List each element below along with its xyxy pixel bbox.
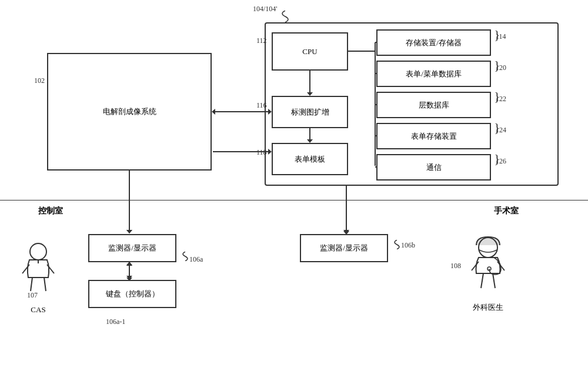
cpu-label: CPU xyxy=(302,47,317,56)
svg-line-30 xyxy=(472,262,479,270)
divider-line xyxy=(0,200,588,200)
person-surgeon-container: 108 外科医生 xyxy=(465,232,512,313)
formstorage-box: 表单存储装置 xyxy=(376,123,491,149)
diagram-container: 104/104' CPU 112 标测图扩增 116 表单模板 118 存储装置… xyxy=(0,0,588,381)
eai-label: 电解剖成像系统 xyxy=(103,106,156,117)
monitor2-box: 监测器/显示器 xyxy=(300,234,388,262)
room-control-label: 控制室 xyxy=(38,206,63,216)
svg-marker-17 xyxy=(343,230,349,233)
svg-line-34 xyxy=(493,273,495,288)
layerdb-label: 层数据库 xyxy=(419,100,449,111)
storage-box: 存储装置/存储器 xyxy=(376,29,491,56)
svg-line-33 xyxy=(481,273,483,288)
monitor-keyboard-arrow xyxy=(126,262,132,281)
room-surgery-label: 手术室 xyxy=(494,206,519,216)
svg-point-23 xyxy=(30,243,46,260)
svg-line-25 xyxy=(22,265,29,273)
comm-box: 通信 xyxy=(376,154,491,181)
ref-106a1: 106a-1 xyxy=(106,317,125,326)
squiggle-104 xyxy=(276,11,294,22)
form-box: 表单模板 xyxy=(272,143,348,175)
eai-box: 电解剖成像系统 xyxy=(47,53,212,171)
formsdb-label: 表单/菜单数据库 xyxy=(406,69,462,79)
formstorage-label: 表单存储装置 xyxy=(411,131,457,142)
svg-marker-38 xyxy=(126,230,132,233)
form-label: 表单模板 xyxy=(295,154,325,165)
ref-107: 107 xyxy=(27,291,38,300)
keyboard-label: 键盘（控制器） xyxy=(106,289,159,299)
brace-120: } xyxy=(494,59,500,72)
keyboard-box: 键盘（控制器） xyxy=(88,280,176,308)
layerdb-box: 层数据库 xyxy=(376,92,491,118)
svg-line-28 xyxy=(44,278,46,291)
ref-106b: 106b xyxy=(401,241,415,250)
brace-122: } xyxy=(494,90,500,103)
cpu-box: CPU xyxy=(272,32,348,71)
monitor1-label: 监测器/显示器 xyxy=(108,243,156,253)
atlas-box: 标测图扩增 xyxy=(272,96,348,128)
brace-124: } xyxy=(494,121,500,134)
svg-marker-13 xyxy=(212,109,215,115)
ref-112: 112 xyxy=(256,36,267,45)
storage-label: 存储装置/存储器 xyxy=(406,38,462,48)
ref-106a: 106a xyxy=(189,255,203,264)
monitor1-box: 监测器/显示器 xyxy=(88,234,176,262)
brace-114: } xyxy=(494,28,500,41)
person-surgeon-icon xyxy=(465,232,512,291)
eai-monitor-arrow xyxy=(126,171,132,236)
svg-marker-21 xyxy=(126,276,132,279)
brace-126: } xyxy=(494,152,500,165)
cas-label: CAS xyxy=(31,305,45,315)
atlas-label: 标测图扩增 xyxy=(291,107,329,118)
svg-line-27 xyxy=(31,278,32,291)
ref-104: 104/104' xyxy=(253,5,278,14)
monitor2-label: 监测器/显示器 xyxy=(320,243,368,253)
person-cas-container: 107 CAS xyxy=(18,241,59,315)
comm-label: 通信 xyxy=(426,162,442,173)
ref-108: 108 xyxy=(450,262,461,270)
svg-line-26 xyxy=(47,265,54,273)
ref-102: 102 xyxy=(34,76,45,85)
svg-marker-19 xyxy=(126,230,132,233)
ref-116: 116 xyxy=(256,101,267,110)
ref-118: 118 xyxy=(256,148,267,157)
formsdb-box: 表单/菜单数据库 xyxy=(376,61,491,87)
person-cas-icon xyxy=(18,241,59,294)
svg-marker-41 xyxy=(126,262,132,266)
surgeon-label: 外科医生 xyxy=(473,302,503,313)
